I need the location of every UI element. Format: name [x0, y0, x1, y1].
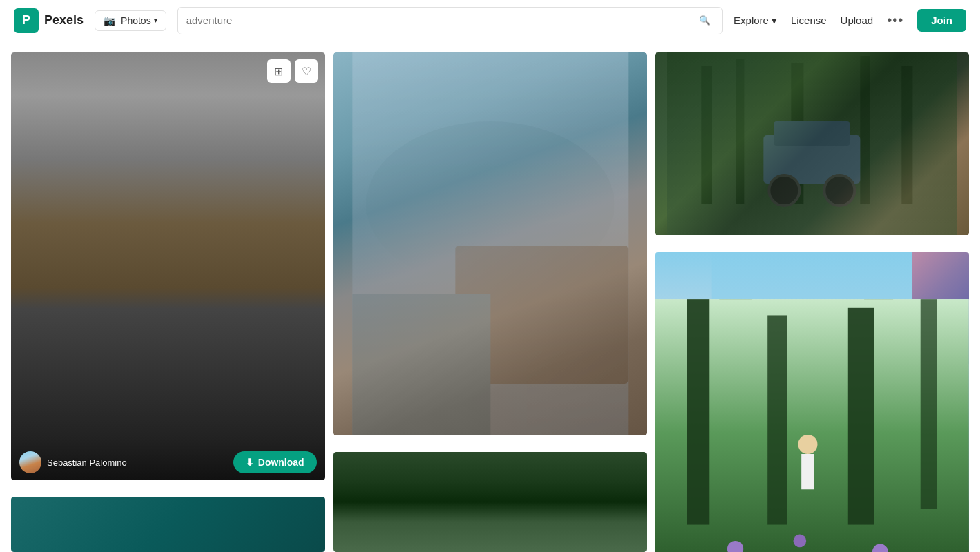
- photo-runner-image: [815, 499, 969, 552]
- nav-right: Explore ▾ License Upload ••• Join: [734, 9, 966, 32]
- photo-actions: ⊞ ♡: [267, 59, 318, 83]
- gallery-col-1: ⊞ ♡ Sebastian Palomino ⬇ Download: [11, 52, 325, 552]
- gallery: ⊞ ♡ Sebastian Palomino ⬇ Download: [0, 41, 980, 552]
- photo-overlay: [333, 452, 647, 552]
- photo-jeep[interactable]: [655, 52, 969, 235]
- search-input[interactable]: adventure: [186, 14, 696, 26]
- download-icon: ⬇: [246, 457, 254, 468]
- bookmark-icon: ⊞: [274, 65, 283, 78]
- photographer-info: Sebastian Palomino: [19, 451, 127, 473]
- header: P Pexels 📷 Photos ▾ adventure 🔍 Explore …: [0, 0, 980, 41]
- photo-overlay: [11, 497, 325, 552]
- logo-text: Pexels: [44, 13, 84, 28]
- like-button[interactable]: ♡: [295, 59, 318, 83]
- runner-svg: [815, 499, 969, 552]
- more-options-button[interactable]: •••: [887, 12, 903, 28]
- search-bar: adventure 🔍: [177, 7, 723, 34]
- add-to-collection-button[interactable]: ⊞: [267, 59, 291, 83]
- photo-road[interactable]: ⊞ ♡ Sebastian Palomino ⬇ Download: [11, 52, 325, 480]
- photo-footer: Sebastian Palomino ⬇ Download: [11, 444, 325, 480]
- photos-label: Photos: [121, 15, 151, 26]
- photos-dropdown[interactable]: 📷 Photos ▾: [95, 10, 166, 31]
- avatar-image: [19, 451, 41, 473]
- search-icon: 🔍: [699, 15, 711, 26]
- photo-overlay: [11, 52, 325, 480]
- photo-forest-runner[interactable]: [815, 499, 969, 552]
- avatar: [19, 451, 41, 473]
- svg-rect-36: [848, 499, 874, 525]
- heart-icon: ♡: [302, 65, 311, 78]
- chevron-down-icon: ▾: [154, 17, 157, 24]
- photo-overlay: [333, 52, 647, 435]
- photo-grid: [655, 252, 969, 552]
- explore-chevron-icon: ▾: [772, 14, 777, 27]
- svg-rect-37: [921, 499, 937, 509]
- explore-link[interactable]: Explore ▾: [734, 14, 777, 27]
- photo-overlay: [655, 52, 969, 235]
- search-button[interactable]: 🔍: [696, 12, 714, 28]
- svg-rect-33: [815, 499, 969, 552]
- join-button[interactable]: Join: [917, 9, 966, 32]
- upload-link[interactable]: Upload: [841, 14, 874, 26]
- logo-icon: P: [14, 8, 39, 33]
- photo-cliff[interactable]: [333, 52, 647, 435]
- photo-teal[interactable]: [11, 497, 325, 552]
- gallery-col-2: [333, 52, 647, 552]
- photo-forest-aerial[interactable]: [333, 452, 647, 552]
- camera-icon: 📷: [104, 15, 115, 26]
- photographer-name: Sebastian Palomino: [47, 457, 127, 468]
- download-button[interactable]: ⬇ Download: [233, 451, 317, 473]
- gallery-col-3: Adventure is Out There 🗺️ 📋 180: [655, 52, 969, 552]
- logo[interactable]: P Pexels: [14, 8, 84, 33]
- license-link[interactable]: License: [791, 14, 827, 26]
